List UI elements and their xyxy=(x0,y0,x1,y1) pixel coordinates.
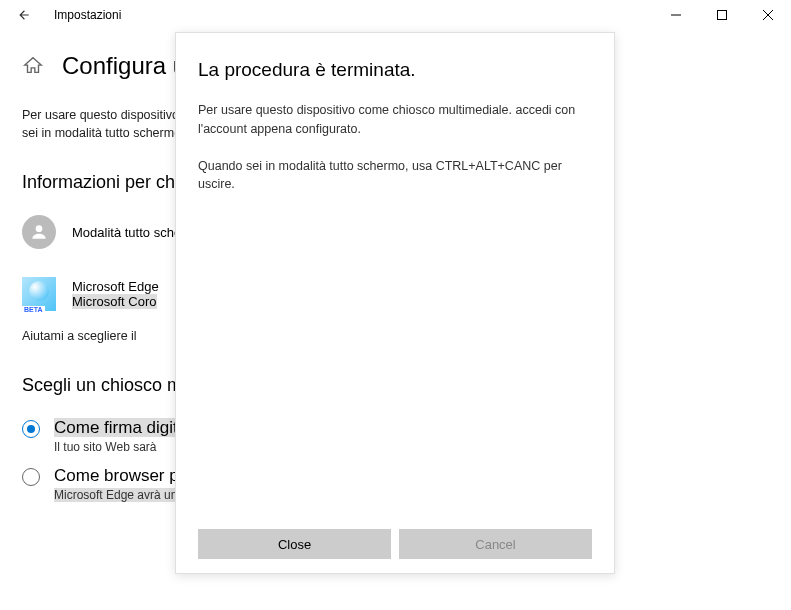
minimize-button[interactable] xyxy=(653,0,699,30)
app-name-label: Microsoft Edge xyxy=(72,279,159,294)
dialog-para-1: Per usare questo dispositivo come chiosc… xyxy=(198,101,592,139)
app-title: Impostazioni xyxy=(54,8,121,22)
dialog-para-2: Quando sei in modalità tutto schermo, us… xyxy=(198,157,592,195)
back-button[interactable] xyxy=(4,0,44,30)
app-sub-label: Microsoft Coro xyxy=(72,294,157,309)
avatar xyxy=(22,215,56,249)
home-icon[interactable] xyxy=(22,55,44,77)
minimize-icon xyxy=(671,10,681,20)
close-button[interactable]: Close xyxy=(198,529,391,559)
dialog-buttons: Close Cancel xyxy=(198,529,592,559)
svg-rect-1 xyxy=(718,11,727,20)
user-icon xyxy=(29,222,49,242)
radio-sub-2: Microsoft Edge avrà un xyxy=(54,488,177,502)
dialog-title: La procedura è terminata. xyxy=(198,59,592,81)
maximize-button[interactable] xyxy=(699,0,745,30)
radio-digital-signage[interactable] xyxy=(22,420,40,438)
window-controls xyxy=(653,0,791,30)
maximize-icon xyxy=(717,10,727,20)
cancel-button[interactable]: Cancel xyxy=(399,529,592,559)
svg-point-4 xyxy=(36,225,43,232)
edge-icon: BETA xyxy=(22,277,56,311)
close-window-button[interactable] xyxy=(745,0,791,30)
radio-public-browser[interactable] xyxy=(22,468,40,486)
beta-badge: BETA xyxy=(22,306,45,313)
arrow-left-icon xyxy=(17,8,31,22)
titlebar: Impostazioni xyxy=(0,0,791,30)
completion-dialog: La procedura è terminata. Per usare ques… xyxy=(175,32,615,574)
close-icon xyxy=(763,10,773,20)
